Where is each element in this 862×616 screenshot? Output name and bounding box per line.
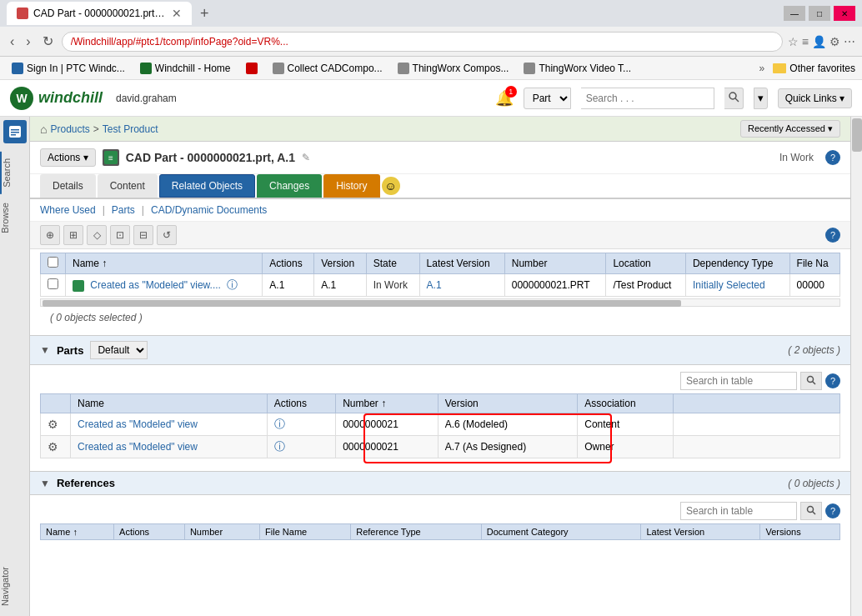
search-type-select[interactable]: Part [524, 88, 571, 109]
breadcrumb-home-icon[interactable]: ⌂ [40, 123, 47, 136]
reader-mode-icon[interactable]: ≡ [802, 35, 809, 48]
edit-icon[interactable]: ✎ [302, 152, 310, 163]
svg-point-12 [808, 506, 814, 512]
maximize-button[interactable]: □ [809, 6, 830, 21]
reload-button[interactable]: ↻ [39, 32, 57, 51]
toolbar-btn-6[interactable]: ↺ [157, 225, 177, 245]
tab-related-objects[interactable]: Related Objects [159, 174, 255, 198]
row-latest-version-link[interactable]: A.1 [427, 279, 442, 291]
references-help-button[interactable]: ? [825, 503, 840, 518]
tab-changes[interactable]: Changes [257, 174, 322, 198]
references-objects-count: ( 0 objects ) [788, 478, 840, 489]
h-scrollbar[interactable] [40, 298, 840, 307]
status-badge: In Work [774, 150, 819, 165]
parts-view-select[interactable]: Default [90, 341, 148, 359]
notifications-bell[interactable]: 🔔 1 [495, 89, 514, 108]
parts-help-button[interactable]: ? [825, 373, 840, 388]
header-actions: Actions [263, 253, 314, 274]
sub-nav-parts[interactable]: Parts [112, 204, 135, 216]
menu-icon[interactable]: ⋯ [844, 35, 855, 48]
more-bookmarks-button[interactable]: » [759, 63, 765, 74]
bookmark-star-icon[interactable]: ☆ [788, 35, 799, 48]
recently-accessed-label: Recently Accessed ▾ [748, 123, 833, 134]
sub-nav-where-used[interactable]: Where Used [40, 204, 96, 216]
actions-button[interactable]: Actions ▾ [40, 148, 96, 167]
toolbar-btn-2[interactable]: ⊞ [63, 225, 83, 245]
gear-icon-row2[interactable]: ⚙ [48, 440, 58, 453]
left-nav-search[interactable]: Search [0, 152, 29, 194]
row-actions-cell: A.1 [263, 274, 314, 297]
references-search-input[interactable] [680, 502, 797, 520]
row-dep-type-link[interactable]: Initially Selected [693, 279, 765, 291]
search-go-button[interactable] [724, 88, 744, 109]
new-tab-button[interactable]: + [195, 3, 214, 24]
left-nav-browse[interactable]: Browse [0, 196, 29, 240]
help-icon[interactable]: ? [825, 150, 840, 165]
svg-rect-6 [11, 132, 19, 133]
actions-label: Actions ▾ [48, 152, 88, 163]
row-name-link[interactable]: Created as "Modeled" view.... [90, 279, 221, 291]
browser-tab[interactable]: CAD Part - 0000000021.prt, A.1 ✕ [7, 2, 192, 25]
row-latest-version-cell: A.1 [419, 274, 504, 297]
minimize-button[interactable]: — [784, 6, 805, 21]
tab-details[interactable]: Details [40, 174, 96, 198]
notification-count: 1 [505, 86, 517, 98]
breadcrumb-products-link[interactable]: Products [50, 123, 89, 135]
bookmark-doc2[interactable]: ThingWorx Compos... [393, 61, 514, 76]
quick-links-button[interactable]: Quick Links ▾ [778, 88, 852, 108]
parts-row1-name-link[interactable]: Created as "Modeled" view [78, 418, 198, 430]
parts-row2-info-icon[interactable]: ⓘ [274, 440, 285, 453]
tab-history[interactable]: History [323, 174, 379, 198]
references-search-button[interactable] [800, 502, 822, 520]
header-dep-type: Dependency Type [685, 253, 789, 274]
bookmark-doc1[interactable]: Collect CADCompo... [268, 61, 388, 76]
parts-search-input[interactable] [680, 372, 797, 390]
bookmark-ptc[interactable]: Sign In | PTC Windc... [7, 61, 130, 76]
select-all-checkbox[interactable] [48, 257, 58, 268]
parts-toggle[interactable]: ▼ [40, 344, 50, 356]
toolbar-btn-1[interactable]: ⊕ [40, 225, 60, 245]
toolbar-btn-4[interactable]: ⊡ [110, 225, 130, 245]
toolbar-help-icon[interactable]: ? [825, 228, 840, 243]
row-info-icon[interactable]: ⓘ [227, 278, 238, 291]
scroll-thumb[interactable] [852, 118, 862, 152]
row-checkbox[interactable] [48, 278, 58, 289]
left-nav-home[interactable] [3, 120, 27, 143]
sub-nav-cad-docs[interactable]: CAD/Dynamic Documents [151, 204, 267, 216]
tab-extra[interactable]: ☺ [382, 177, 400, 195]
parts-search-button[interactable] [800, 372, 822, 390]
breadcrumb-product-name-link[interactable]: Test Product [103, 123, 158, 135]
other-favorites-button[interactable]: Other favorites [773, 63, 855, 74]
parts-row2-name-link[interactable]: Created as "Modeled" view [78, 441, 198, 453]
left-nav-navigator[interactable]: Navigator [0, 560, 29, 613]
forward-button[interactable]: › [23, 33, 33, 51]
doc2-favicon [398, 63, 409, 74]
sub-nav-sep1: | [103, 204, 105, 216]
parts-table-wrapper: ? Name Actions Number ↑ Version Associat… [30, 365, 850, 464]
close-button[interactable]: ✕ [834, 6, 855, 21]
row-name-cell: Created as "Modeled" view.... ⓘ [66, 274, 263, 297]
left-nav: Search Browse Navigator [0, 117, 30, 616]
profile-icon[interactable]: 👤 [812, 35, 826, 48]
tab-close-button[interactable]: ✕ [172, 8, 182, 19]
search-input[interactable] [581, 88, 714, 109]
parts-row1-info-icon[interactable]: ⓘ [274, 418, 285, 430]
parts-header-version: Version [438, 394, 577, 413]
address-input[interactable] [62, 32, 783, 52]
bookmark-doc3[interactable]: ThingWorx Video T... [519, 61, 636, 76]
row-version-cell: A.1 [314, 274, 367, 297]
tab-content[interactable]: Content [98, 174, 158, 198]
toolbar-btn-5[interactable]: ⊟ [133, 225, 153, 245]
gear-icon-row1[interactable]: ⚙ [48, 418, 58, 431]
bookmark-windchill[interactable]: Windchill - Home [135, 61, 236, 76]
bookmark-mail[interactable] [241, 61, 263, 76]
row-location-cell: /Test Product [606, 274, 686, 297]
back-button[interactable]: ‹ [7, 33, 18, 51]
search-options-button[interactable]: ▾ [754, 88, 768, 109]
extensions-icon[interactable]: ⚙ [829, 35, 840, 48]
right-scrollbar[interactable] [850, 117, 862, 616]
recently-accessed-button[interactable]: Recently Accessed ▾ [740, 120, 840, 138]
toolbar-btn-3[interactable]: ◇ [87, 225, 107, 245]
references-toggle[interactable]: ▼ [40, 478, 50, 489]
tabs-bar: Details Content Related Objects Changes … [30, 174, 850, 199]
